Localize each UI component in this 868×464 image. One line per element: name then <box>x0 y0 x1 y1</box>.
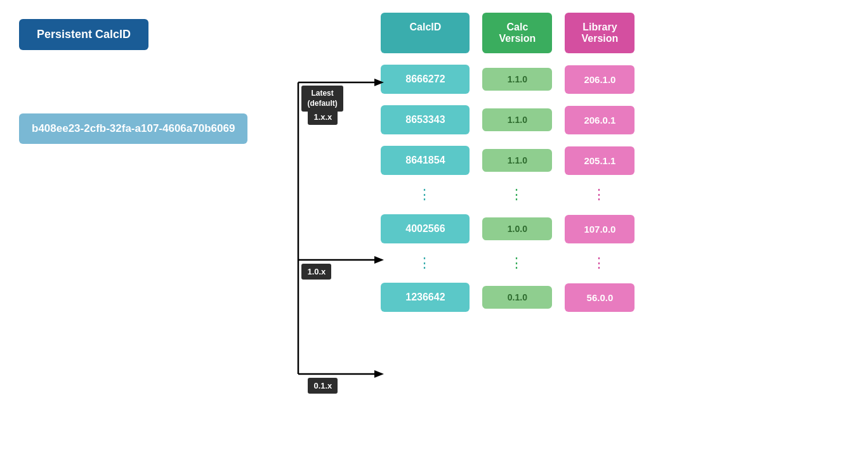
latest-default-label: Latest(default) <box>301 86 343 112</box>
calc-version-cell: 1.0.0 <box>482 217 552 240</box>
dots-row: ⋮ ⋮ ⋮ <box>381 186 635 203</box>
dots-libver-2: ⋮ <box>565 255 635 271</box>
version-range-1xx-label: 1.x.x <box>308 109 338 125</box>
calc-version-cell: 1.1.0 <box>482 108 552 131</box>
calcid-cell: 1236642 <box>381 283 470 312</box>
svg-marker-6 <box>374 370 384 378</box>
data-row: 4002566 1.0.0 107.0.0 <box>381 214 635 243</box>
dots-calcid: ⋮ <box>381 186 470 203</box>
svg-marker-4 <box>374 256 384 264</box>
lib-version-cell: 56.0.0 <box>565 283 635 312</box>
data-row: 8641854 1.1.0 205.1.1 <box>381 146 635 175</box>
calcid-column-header: CalcID <box>381 13 470 53</box>
lib-version-cell: 206.0.1 <box>565 106 635 134</box>
library-version-column-header: LibraryVersion <box>565 13 635 53</box>
svg-marker-2 <box>374 79 384 86</box>
calcid-cell: 4002566 <box>381 214 470 243</box>
version-range-10x-label: 1.0.x <box>301 264 331 280</box>
dots-row-2: ⋮ ⋮ ⋮ <box>381 255 635 271</box>
data-row: 8653343 1.1.0 206.0.1 <box>381 105 635 134</box>
dots-calcid-2: ⋮ <box>381 255 470 271</box>
lib-version-cell: 206.1.0 <box>565 65 635 94</box>
calc-version-column-header: CalcVersion <box>482 13 552 53</box>
dots-libver: ⋮ <box>565 186 635 203</box>
data-row: 1236642 0.1.0 56.0.0 <box>381 283 635 312</box>
calcid-cell: 8641854 <box>381 146 470 175</box>
dots-calcver: ⋮ <box>482 186 552 203</box>
calc-version-cell: 0.1.0 <box>482 286 552 309</box>
persistent-calcid-header: Persistent CalcID <box>19 19 148 50</box>
data-row: 8666272 1.1.0 206.1.0 <box>381 65 635 94</box>
dots-calcver-2: ⋮ <box>482 255 552 271</box>
lib-version-cell: 107.0.0 <box>565 215 635 243</box>
calc-version-cell: 1.1.0 <box>482 149 552 172</box>
calcid-cell: 8666272 <box>381 65 470 94</box>
version-range-01x-label: 0.1.x <box>308 378 338 394</box>
calc-version-cell: 1.1.0 <box>482 68 552 91</box>
lib-version-cell: 205.1.1 <box>565 146 635 175</box>
calcid-cell: 8653343 <box>381 105 470 134</box>
persistent-id-value: b408ee23-2cfb-32fa-a107-4606a70b6069 <box>19 113 247 144</box>
